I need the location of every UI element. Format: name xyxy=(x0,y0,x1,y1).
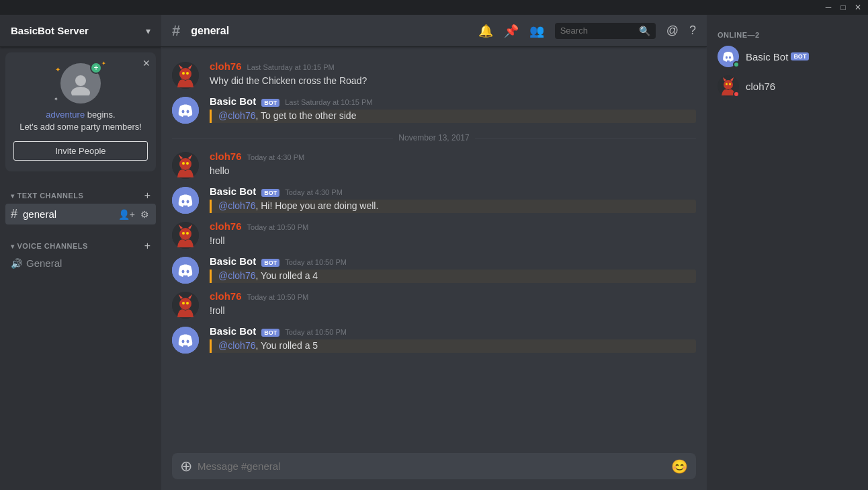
notification-bell-button[interactable]: 🔔 xyxy=(478,24,493,38)
avatar-plus-icon: + xyxy=(90,62,102,74)
message-author-7: cloh76 xyxy=(210,290,242,302)
message-text-2: @cloh76, To get to the other side xyxy=(210,110,696,123)
channel-name-general: general xyxy=(23,208,113,220)
avatar-cloh76-1 xyxy=(172,62,199,89)
message-header-5: cloh76 Today at 10:50 PM xyxy=(210,220,696,232)
sparkle-bl-icon: ✦ xyxy=(54,96,58,102)
bot-badge-4: BOT xyxy=(261,329,279,337)
message-group-6: Basic Bot BOT Today at 10:50 PM @cloh76,… xyxy=(161,253,707,286)
message-text-1: Why did the Chicken cross the Road? xyxy=(210,75,696,88)
invite-user-icon[interactable]: 👤+ xyxy=(117,209,136,220)
server-chevron-icon: ▾ xyxy=(146,26,150,36)
chat-message-input[interactable] xyxy=(198,453,666,479)
member-item-cloh76[interactable]: cloh76 xyxy=(712,71,863,101)
channel-hash-icon: # xyxy=(11,207,17,221)
voice-channels-chevron-icon: ▾ xyxy=(11,243,15,250)
message-content-6: Basic Bot BOT Today at 10:50 PM @cloh76,… xyxy=(210,255,696,284)
member-bot-badge: BOT xyxy=(791,52,809,60)
avatar-basicbot-2 xyxy=(172,187,199,214)
message-timestamp-6: Today at 10:50 PM xyxy=(285,258,347,266)
close-button[interactable]: ✕ xyxy=(853,3,863,12)
invite-adventure-text: adventure xyxy=(46,110,85,120)
svg-point-20 xyxy=(186,302,189,304)
message-author-8: Basic Bot xyxy=(210,325,256,337)
minimize-button[interactable]: ─ xyxy=(824,3,833,12)
member-info-basicbot: Basic Bot BOT xyxy=(746,51,809,63)
message-content-8: Basic Bot BOT Today at 10:50 PM @cloh76,… xyxy=(210,325,696,354)
volume-icon: 🔊 xyxy=(11,258,22,269)
text-channels-section: ▾ TEXT CHANNELS + # general 👤+ ⚙ xyxy=(0,177,161,227)
member-item-basicbot[interactable]: Basic Bot BOT xyxy=(712,42,863,71)
message-group-2: Basic Bot BOT Last Saturday at 10:15 PM … xyxy=(161,93,707,126)
messages-list: cloh76 Last Saturday at 10:15 PM Why did… xyxy=(161,47,707,453)
svg-point-14 xyxy=(182,232,185,235)
member-status-basicbot xyxy=(733,61,740,68)
search-icon: 🔍 xyxy=(639,26,650,36)
message-text-7: !roll xyxy=(210,304,696,318)
svg-point-15 xyxy=(186,232,189,235)
message-group-1: cloh76 Last Saturday at 10:15 PM Why did… xyxy=(161,58,707,91)
message-author-5: cloh76 xyxy=(210,220,242,232)
pin-button[interactable]: 📌 xyxy=(504,24,519,38)
member-name-basicbot: Basic Bot xyxy=(746,51,788,63)
invite-panel: ✕ ✦ ✦ ✦ + adventure begins. Let's add so… xyxy=(5,52,156,171)
channel-actions: 👤+ ⚙ xyxy=(117,209,150,220)
maximize-button[interactable]: □ xyxy=(838,3,848,12)
add-voice-channel-button[interactable]: + xyxy=(144,241,150,251)
chat-input-area: ⊕ 😊 xyxy=(161,453,707,490)
message-author-2: Basic Bot xyxy=(210,95,256,107)
chat-header: # general 🔔 📌 👥 🔍 @ ? xyxy=(161,15,707,47)
message-header-2: Basic Bot BOT Last Saturday at 10:15 PM xyxy=(210,95,696,107)
voice-channels-label: VOICE CHANNELS xyxy=(17,242,88,250)
titlebar: ─ □ ✕ xyxy=(0,0,868,15)
invite-close-button[interactable]: ✕ xyxy=(142,58,150,69)
message-content-2: Basic Bot BOT Last Saturday at 10:15 PM … xyxy=(210,95,696,124)
voice-channels-header[interactable]: ▾ VOICE CHANNELS + xyxy=(5,238,156,254)
mention-4: @cloh76 xyxy=(218,340,255,351)
text-channels-header[interactable]: ▾ TEXT CHANNELS + xyxy=(5,188,156,204)
message-content-5: cloh76 Today at 10:50 PM !roll xyxy=(210,220,696,249)
sidebar: BasicBot Server ▾ ✕ ✦ ✦ ✦ + adventure be… xyxy=(0,15,161,490)
message-timestamp-7: Today at 10:50 PM xyxy=(247,293,309,301)
svg-point-3 xyxy=(179,68,191,80)
message-header-6: Basic Bot BOT Today at 10:50 PM xyxy=(210,255,696,267)
message-content-3: cloh76 Today at 4:30 PM hello xyxy=(210,151,696,179)
voice-channels-section: ▾ VOICE CHANNELS + 🔊 General xyxy=(0,227,161,275)
help-button[interactable]: ? xyxy=(689,24,696,38)
svg-point-9 xyxy=(182,162,185,165)
member-avatar-cloh76 xyxy=(718,75,739,97)
message-group-3: cloh76 Today at 4:30 PM hello xyxy=(161,148,707,181)
chat-header-channel-name: general xyxy=(191,25,470,37)
avatar-cloh76-4 xyxy=(172,292,199,319)
text-channels-chevron-icon: ▾ xyxy=(11,192,15,200)
invite-text: adventure begins. Let's add some party m… xyxy=(19,109,142,133)
message-timestamp-4: Today at 4:30 PM xyxy=(285,188,343,196)
members-section-online-title: ONLINE—2 xyxy=(712,26,863,42)
settings-icon[interactable]: ⚙ xyxy=(139,209,150,220)
member-name-cloh76: cloh76 xyxy=(746,81,775,92)
at-button[interactable]: @ xyxy=(666,24,679,38)
app: BasicBot Server ▾ ✕ ✦ ✦ ✦ + adventure be… xyxy=(0,15,868,490)
svg-point-0 xyxy=(75,75,86,86)
svg-point-26 xyxy=(729,83,731,85)
svg-point-8 xyxy=(179,158,191,170)
invite-people-button[interactable]: Invite People xyxy=(13,141,148,161)
avatar-basicbot-4 xyxy=(172,327,199,354)
text-channels-header-left: ▾ TEXT CHANNELS xyxy=(11,192,83,200)
invite-text-line1-suffix: begins. xyxy=(85,110,116,120)
header-icons: 🔔 📌 👥 🔍 @ ? xyxy=(478,23,696,39)
svg-point-19 xyxy=(182,302,185,304)
svg-point-13 xyxy=(179,228,191,240)
message-timestamp-1: Last Saturday at 10:15 PM xyxy=(247,63,335,71)
search-input[interactable] xyxy=(560,26,635,36)
date-divider-text: November 13, 2017 xyxy=(398,133,469,142)
channel-item-general[interactable]: # general 👤+ ⚙ xyxy=(5,204,156,224)
emoji-button[interactable]: 😊 xyxy=(671,458,688,475)
members-list-button[interactable]: 👥 xyxy=(529,24,544,38)
chat-attach-button[interactable]: ⊕ xyxy=(180,458,192,475)
voice-channel-item-general[interactable]: 🔊 General xyxy=(5,254,156,272)
svg-point-24 xyxy=(724,80,733,89)
server-header[interactable]: BasicBot Server ▾ xyxy=(0,15,161,47)
avatar-container: ✦ ✦ ✦ + xyxy=(60,63,101,104)
add-text-channel-button[interactable]: + xyxy=(144,190,150,201)
